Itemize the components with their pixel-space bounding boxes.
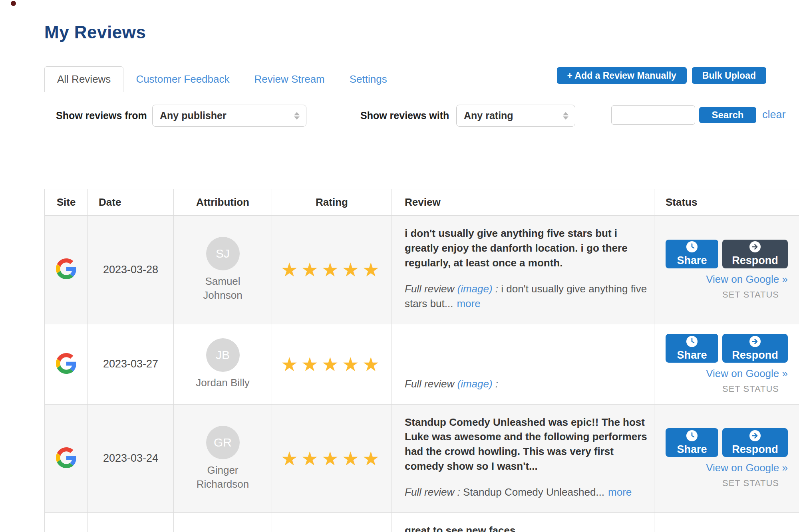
respond-label: Respond xyxy=(732,443,778,456)
rating-cell xyxy=(272,513,392,532)
avatar: GR xyxy=(206,426,240,459)
date-cell xyxy=(88,513,174,532)
image-link[interactable]: (image) xyxy=(457,283,492,295)
search-button[interactable]: Search xyxy=(699,107,756,123)
review-cell: Standup Comedy Unleashed was epic!! The … xyxy=(392,404,654,513)
more-link[interactable]: more xyxy=(608,486,632,498)
full-review-colon: : xyxy=(454,486,463,498)
respond-label: Respond xyxy=(732,349,778,361)
set-status-link[interactable]: SET STATUS xyxy=(722,290,779,300)
select-spinner-icon xyxy=(294,112,300,119)
image-link[interactable]: (image) xyxy=(457,378,492,390)
respond-label: Respond xyxy=(732,254,778,267)
status-cell: Share Respond xyxy=(654,513,799,532)
tab-settings[interactable]: Settings xyxy=(337,66,400,92)
table-row: great to see new faces. Share Respon xyxy=(45,513,799,532)
rating-cell: ★★★★★ xyxy=(272,324,392,404)
tab-all-reviews[interactable]: All Reviews xyxy=(44,66,123,92)
tab-review-stream[interactable]: Review Stream xyxy=(242,66,337,92)
reviews-table: Site Date Attribution Rating Review Stat… xyxy=(44,189,799,532)
full-review-line: Full review : Standup Comedy Unleashed..… xyxy=(405,474,648,500)
date-cell: 2023-03-24 xyxy=(88,404,174,513)
clock-icon xyxy=(686,241,698,253)
tab-bar: All Reviews Customer Feedback Review Str… xyxy=(44,66,400,92)
my-reviews-page: My Reviews All Reviews Customer Feedback… xyxy=(0,0,799,532)
add-review-button[interactable]: + Add a Review Manually xyxy=(557,67,687,84)
full-review-colon: : xyxy=(493,283,501,295)
google-icon xyxy=(56,353,77,374)
clear-link[interactable]: clear xyxy=(762,109,786,121)
col-header-attribution: Attribution xyxy=(174,189,272,216)
avatar: SJ xyxy=(206,237,240,270)
set-status-link[interactable]: SET STATUS xyxy=(722,384,779,394)
share-button[interactable]: Share xyxy=(666,428,718,457)
rating-select-value: Any rating xyxy=(464,110,513,121)
share-label: Share xyxy=(677,349,707,361)
recording-dot xyxy=(11,1,16,6)
review-text: Standup Comedy Unleashed was epic!! The … xyxy=(405,415,648,474)
full-review-colon: : xyxy=(493,378,498,390)
full-review-label: Full review xyxy=(405,283,454,295)
publisher-select[interactable]: Any publisher xyxy=(152,105,306,127)
status-cell: Share Respond View on Google » SET STATU… xyxy=(654,216,799,324)
col-header-date: Date xyxy=(88,189,174,216)
date-cell: 2023-03-27 xyxy=(88,324,174,404)
arrow-right-icon xyxy=(749,241,761,253)
reviewer-name: Jordan Billy xyxy=(191,376,255,390)
star-rating: ★★★★★ xyxy=(281,354,383,375)
share-label: Share xyxy=(677,443,707,456)
respond-button[interactable]: Respond xyxy=(722,428,788,457)
rating-select[interactable]: Any rating xyxy=(456,105,575,127)
filter-bar: Show reviews from Any publisher Show rev… xyxy=(0,105,799,127)
status-cell: Share Respond View on Google » SET STATU… xyxy=(654,324,799,404)
reviewer-name: Samuel Johnson xyxy=(191,274,255,302)
google-icon xyxy=(56,447,77,468)
share-button[interactable]: Share xyxy=(666,334,718,363)
rating-cell: ★★★★★ xyxy=(272,404,392,513)
publisher-select-value: Any publisher xyxy=(160,110,227,121)
tab-label: Review Stream xyxy=(254,73,324,85)
page-title: My Reviews xyxy=(44,22,146,42)
attribution-cell: SJ Samuel Johnson xyxy=(174,216,272,324)
status-cell: Share Respond View on Google » SET STATU… xyxy=(654,404,799,513)
share-label: Share xyxy=(677,254,707,267)
more-link[interactable]: more xyxy=(457,298,480,310)
attribution-cell: JB Jordan Billy xyxy=(174,324,272,404)
review-cell: great to see new faces. xyxy=(392,513,654,532)
table-header-row: Site Date Attribution Rating Review Stat… xyxy=(45,189,799,216)
date-cell: 2023-03-28 xyxy=(88,216,174,324)
star-rating: ★★★★★ xyxy=(281,448,383,469)
tab-customer-feedback[interactable]: Customer Feedback xyxy=(123,66,242,92)
table-row: 2023-03-27 JB Jordan Billy ★★★★★ Full re… xyxy=(45,324,799,404)
attribution-cell xyxy=(174,513,272,532)
clock-icon xyxy=(686,430,698,442)
reviewer-name: Ginger Richardson xyxy=(191,463,255,491)
site-cell xyxy=(45,216,88,324)
view-on-google-link[interactable]: View on Google » xyxy=(706,367,788,380)
respond-button[interactable]: Respond xyxy=(722,334,788,363)
full-review-line: Full review (image) : xyxy=(405,365,648,391)
full-review-line: Full review (image) : i don't usually gi… xyxy=(405,270,648,311)
tab-label: All Reviews xyxy=(57,73,111,85)
tab-label: Customer Feedback xyxy=(136,73,229,85)
col-header-rating: Rating xyxy=(272,189,392,216)
avatar: JB xyxy=(206,338,240,372)
share-button[interactable]: Share xyxy=(666,240,718,268)
clock-icon xyxy=(686,335,698,347)
attribution-cell: GR Ginger Richardson xyxy=(174,404,272,513)
star-rating: ★★★★★ xyxy=(281,259,383,280)
bulk-upload-button[interactable]: Bulk Upload xyxy=(692,67,766,84)
publisher-filter-label: Show reviews from xyxy=(56,110,147,121)
view-on-google-link[interactable]: View on Google » xyxy=(706,462,788,474)
respond-button[interactable]: Respond xyxy=(722,240,788,268)
set-status-link[interactable]: SET STATUS xyxy=(722,478,779,488)
review-text: great to see new faces. xyxy=(405,523,648,532)
col-header-review: Review xyxy=(392,189,654,216)
review-cell: i don't usually give anything five stars… xyxy=(392,216,654,324)
review-text: i don't usually give anything five stars… xyxy=(405,226,648,270)
view-on-google-link[interactable]: View on Google » xyxy=(706,273,788,286)
search-input[interactable] xyxy=(611,105,695,125)
col-header-status: Status xyxy=(654,189,799,216)
table-row: 2023-03-24 GR Ginger Richardson ★★★★★ St… xyxy=(45,404,799,513)
table-row: 2023-03-28 SJ Samuel Johnson ★★★★★ i don… xyxy=(45,216,799,324)
